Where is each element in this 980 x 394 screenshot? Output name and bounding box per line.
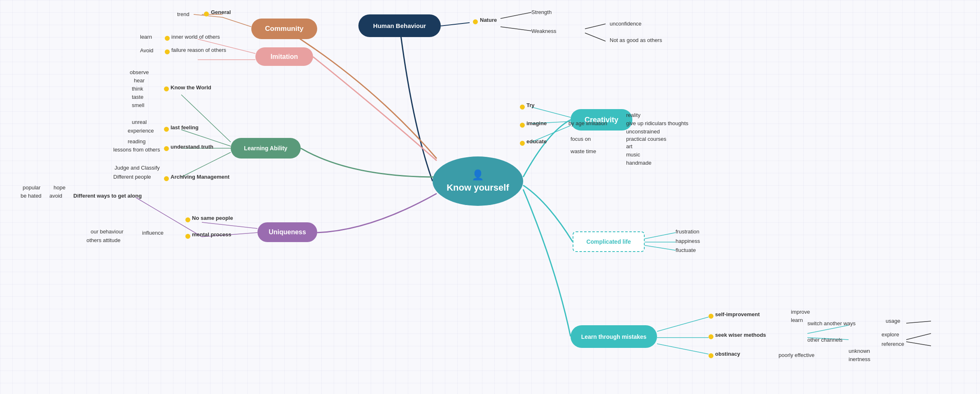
center-label: Know yourself (447, 182, 509, 193)
hear-label: hear (134, 77, 145, 84)
happiness-label: happiness (676, 238, 700, 244)
learning-ability-node: Learning Ability (231, 138, 301, 159)
seek-wiser-bullet (709, 334, 713, 339)
weakness-label: Weakness (531, 28, 556, 34)
learn-imitation-label: learn (140, 34, 152, 40)
svg-line-3 (585, 24, 606, 29)
seek-wiser-label: seek wiser methods (715, 332, 766, 338)
know-world-label: Know the World (171, 84, 211, 91)
general-label: General (211, 9, 231, 15)
usage-label: usage (886, 318, 900, 324)
failure-bullet (165, 49, 170, 54)
mind-map: 👤 Know yourself Human Behaviour Nature S… (0, 0, 980, 394)
nature-label: Nature (480, 17, 497, 23)
reference-label: reference (882, 341, 904, 347)
avoid-ways-label: avoid (49, 193, 62, 199)
be-hated-label: be hated (21, 193, 42, 199)
svg-line-14 (202, 222, 257, 228)
svg-line-23 (657, 317, 709, 331)
waste-time-label: waste time (571, 148, 596, 154)
poorly-effective-label: poorly effective (779, 352, 814, 358)
different-ways-label: Different ways to get along (73, 193, 142, 199)
influence-label: influence (142, 230, 164, 236)
give-up-label: give up ridiculars thoughts (626, 120, 688, 126)
practical-courses-label: practical courses (626, 136, 667, 142)
no-same-label: No same people (192, 215, 233, 221)
reading-label: reading (128, 138, 145, 145)
inner-world-bullet (165, 36, 170, 41)
hope-label: hope (54, 184, 65, 191)
taste-label: taste (132, 94, 143, 100)
human-behaviour-node: Human Behaviour (358, 14, 441, 37)
mental-process-label: mental process (192, 231, 231, 238)
avoid-imitation-label: Avoid (140, 47, 153, 54)
svg-line-13 (181, 152, 231, 177)
unconfidence-label: unconfidence (610, 21, 641, 27)
judge-classify-label: Judge and Classify (115, 165, 160, 171)
last-feeling-label: last feeling (171, 124, 199, 131)
svg-line-17 (531, 107, 571, 117)
try-label: Try (526, 102, 535, 108)
handmade-label: handmade (626, 160, 651, 166)
last-feeling-bullet (164, 127, 169, 132)
svg-line-26 (807, 325, 849, 333)
popular-label: popular (23, 184, 40, 191)
smell-label: smell (132, 102, 144, 108)
learning-ability-label: Learning Ability (244, 145, 287, 152)
archiving-bullet (164, 176, 169, 181)
focus-on-label: focus on (571, 136, 591, 142)
unreal-label: unreal (132, 119, 147, 125)
center-node: 👤 Know yourself (433, 156, 523, 206)
svg-line-5 (222, 17, 251, 27)
obstinacy-bullet (709, 353, 713, 358)
improve-label: improve (791, 309, 810, 315)
self-improvement-label: self-improvement (715, 311, 760, 317)
different-people-label: Different people (113, 174, 151, 180)
self-improvement-bullet (709, 314, 713, 319)
think-label: think (132, 86, 143, 92)
trend-label: trend (177, 11, 189, 17)
by-age-label: by age limitation (568, 120, 607, 126)
educate-label: educate (526, 138, 547, 145)
strength-label: Strength (531, 9, 552, 15)
svg-line-1 (501, 12, 531, 19)
imagine-label: imagine (526, 120, 547, 126)
fluctuate-label: fluctuate (676, 247, 696, 253)
svg-line-28 (906, 321, 931, 323)
no-same-bullet (185, 217, 190, 222)
nature-bullet (473, 19, 478, 24)
not-as-good-label: Not as good as others (610, 37, 662, 43)
music-label: music (626, 152, 640, 158)
lessons-others-label: lessons from others (113, 147, 160, 153)
complicated-life-node: Complicated life (573, 231, 645, 252)
uniqueness-node: Uniqueness (257, 222, 317, 242)
inertness-label: inertness (849, 356, 870, 362)
uniqueness-label: Uniqueness (269, 228, 306, 236)
others-attitude-label: others attitude (87, 237, 120, 243)
inner-world-label: inner world of others (171, 34, 220, 40)
creativity-node: Creativity (571, 109, 632, 131)
human-behaviour-label: Human Behaviour (373, 22, 426, 29)
art-label: art (626, 143, 632, 149)
imitation-node: Imitation (255, 47, 313, 66)
switch-another-label: switch another ways (807, 320, 856, 326)
experience-label: experience (128, 128, 154, 134)
try-bullet (520, 105, 525, 110)
understand-truth-label: understand truth (171, 144, 213, 150)
unknown-label: unknown (849, 348, 870, 354)
imitation-label: Imitation (271, 53, 298, 61)
svg-line-20 (645, 233, 676, 239)
reality-label: reality (626, 112, 641, 118)
archiving-label: Archiving Management (171, 174, 229, 180)
person-icon: 👤 (472, 169, 484, 181)
obstinacy-label: obstinacy (715, 351, 740, 357)
complicated-life-label: Complicated life (586, 238, 631, 245)
community-node: Community (251, 19, 317, 39)
explore-label: explore (882, 331, 899, 338)
imagine-bullet (520, 123, 525, 128)
understand-truth-bullet (164, 146, 169, 151)
general-bullet (204, 12, 209, 16)
unconstrained-label: unconstrained (626, 128, 660, 135)
observe-label: observe (130, 69, 149, 75)
learn-through-mistakes-node: Learn through mistakes (571, 325, 657, 348)
